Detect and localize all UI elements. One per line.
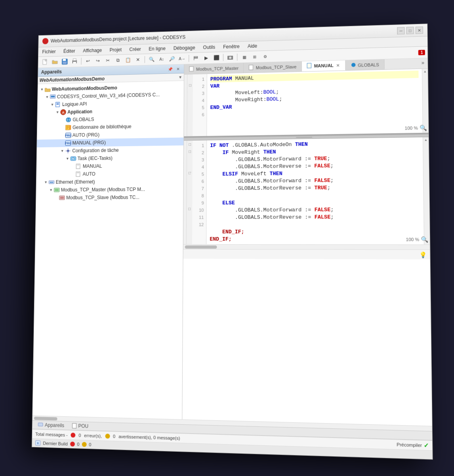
zoom-button[interactable]: 🔍 (421, 236, 428, 242)
vscroll-right[interactable]: ▲ ▼ (422, 69, 429, 133)
app-icon (42, 38, 48, 44)
code-gutter-lower: 1 2 3 4 5 6 7 8 9 10 11 12 (192, 140, 207, 244)
code-content-upper[interactable]: PROGRAM MANUAL VAR MoveLeft:BOOL; MoveRi… (207, 69, 422, 136)
h-scroll[interactable] (183, 244, 430, 249)
menu-en-ligne[interactable]: En ligne (145, 44, 170, 53)
vscroll-right-lower[interactable]: ▲ ▼ (422, 137, 430, 244)
identifier: MoveLeft (210, 89, 261, 96)
minimize-button[interactable]: ─ (397, 27, 405, 34)
toolbar-copy[interactable]: ⧉ (113, 56, 122, 65)
identifier (210, 149, 223, 155)
line-num: 1 (202, 75, 204, 83)
toolbar-cut[interactable]: ✂ (103, 56, 112, 65)
fold-marker[interactable]: □ (189, 140, 191, 148)
toolbar-b1[interactable]: A↕ (157, 55, 166, 63)
menu-debogage[interactable]: Débogage (170, 44, 199, 52)
toolbar-bp3[interactable]: ⬛ (212, 53, 221, 62)
close-button[interactable]: ✕ (416, 26, 423, 34)
panel-close-button[interactable]: ✕ (175, 66, 181, 71)
fold-marker[interactable]: □ (188, 205, 191, 212)
tab-overflow-button[interactable]: » (418, 58, 428, 69)
zoom-button[interactable]: 🔍 (420, 124, 427, 131)
toolbar-delete[interactable]: ✕ (133, 55, 143, 64)
ethernet-icon (48, 179, 55, 185)
toolbar-bp1[interactable]: ⛿ (191, 54, 201, 63)
toolbar-paste[interactable]: 📋 (123, 55, 132, 64)
toolbar-b2[interactable]: 🔎 (167, 54, 177, 63)
var: ; (330, 206, 334, 212)
toolbar-settings[interactable]: ⚙ (260, 52, 270, 61)
code-content-lower[interactable]: IF NOT .GLOBALS.AutoModeOn THEN IF MoveR… (206, 137, 424, 244)
var: ; (330, 214, 334, 220)
line-num: 7 (202, 185, 204, 192)
code-section-lower: □ □ □ □ (183, 137, 430, 244)
tab-modbus-master[interactable]: Modbus_TCP_Master (184, 63, 244, 74)
keyword: IF (223, 149, 232, 155)
identifier (210, 171, 223, 177)
maximize-button[interactable]: □ (406, 27, 414, 34)
fold-marker[interactable]: □ (189, 147, 191, 155)
svg-rect-47 (249, 65, 253, 69)
svg-point-49 (351, 63, 355, 67)
fold-marker[interactable]: □ (189, 169, 191, 176)
menu-creer[interactable]: Créer (126, 45, 145, 53)
line-num: 3 (202, 156, 204, 164)
svg-rect-46 (189, 66, 193, 71)
tree-item-modbus-master[interactable]: ▼ Modbus_TCP_Master (Modbus TCP M... (36, 185, 183, 194)
toolbar-search[interactable]: 🔍 (147, 55, 156, 64)
panel-controls: 📌 ✕ (167, 66, 181, 71)
toolbar-redo[interactable]: ↪ (93, 56, 103, 65)
window-title: WebAutomationModbusDemo.project [Lecture… (50, 34, 185, 43)
menu-outils[interactable]: Outils (199, 43, 219, 51)
menu-fenetre[interactable]: Fenêtre (219, 42, 244, 51)
tab-modbus-slave[interactable]: Modbus_TCP_Slave (244, 61, 302, 73)
type: BOOL (263, 89, 276, 95)
tree-label: Logique API (62, 99, 182, 107)
modbus-slave-icon (59, 195, 65, 201)
tab-manual[interactable]: MANUAL ✕ (302, 60, 345, 71)
pin-button[interactable]: 📌 (167, 66, 174, 71)
identifier: .GLOBALS.AutoModeOn (232, 141, 295, 148)
expander-spacer (60, 140, 65, 146)
tab-label: Modbus_TCP_Slave (256, 64, 296, 69)
menu-fichier[interactable]: Fichier (38, 47, 60, 55)
menu-affichage[interactable]: Affichage (79, 46, 106, 55)
toolbar-bp2[interactable]: ▶ (201, 53, 211, 62)
bottom-tab-label: POU (78, 423, 88, 429)
tree-item-auto-task[interactable]: AUTO (36, 169, 183, 178)
svg-text:PRG: PRG (65, 141, 71, 145)
toolbar-zoom[interactable]: ⊞ (250, 52, 259, 61)
menu-aide[interactable]: Aide (244, 42, 261, 50)
fold-column-upper: □ (187, 74, 193, 136)
tree-label: Ethernet (Ethernet) (56, 178, 182, 185)
toolbar-b3[interactable]: A→ (177, 54, 187, 63)
tree-item-ethernet[interactable]: ▼ Ethernet (Ethernet) (36, 177, 183, 186)
hscroll-thumb[interactable] (34, 416, 57, 420)
toolbar-undo[interactable]: ↩ (83, 57, 92, 65)
toolbar-cam[interactable] (225, 52, 235, 61)
toolbar-sep-3 (189, 55, 189, 61)
menu-editer[interactable]: Éditer (59, 47, 79, 55)
fold-marker[interactable]: □ (189, 81, 191, 88)
tab-close-button[interactable]: ✕ (335, 63, 340, 67)
precompile-button[interactable]: Précompiler ✓ (397, 441, 429, 449)
toolbar-save[interactable] (60, 57, 69, 66)
menu-projet[interactable]: Projet (106, 46, 126, 54)
h-scroll-thumb[interactable] (185, 245, 217, 248)
toolbar-open[interactable] (50, 57, 59, 66)
var: : (263, 96, 267, 102)
bottom-tab-appareils[interactable]: Appareils (34, 420, 68, 429)
expander-spacer (54, 195, 59, 201)
expander-spacer (60, 125, 65, 130)
identifier (210, 229, 222, 235)
tab-globals[interactable]: GLOBALS (345, 59, 385, 70)
toolbar-new[interactable] (40, 58, 50, 66)
svg-text:B: B (37, 442, 39, 445)
bottom-tab-pou[interactable]: POU (68, 421, 92, 430)
tree-item-modbus-slave[interactable]: Modbus_TCP_Slave (Modbus TC... (36, 193, 183, 202)
build-error-count: 0 (77, 442, 80, 447)
toolbar-grid[interactable]: ▦ (240, 52, 249, 61)
var: ; (327, 155, 330, 161)
code-line: ELSE (210, 198, 420, 206)
toolbar-print[interactable] (70, 57, 79, 66)
